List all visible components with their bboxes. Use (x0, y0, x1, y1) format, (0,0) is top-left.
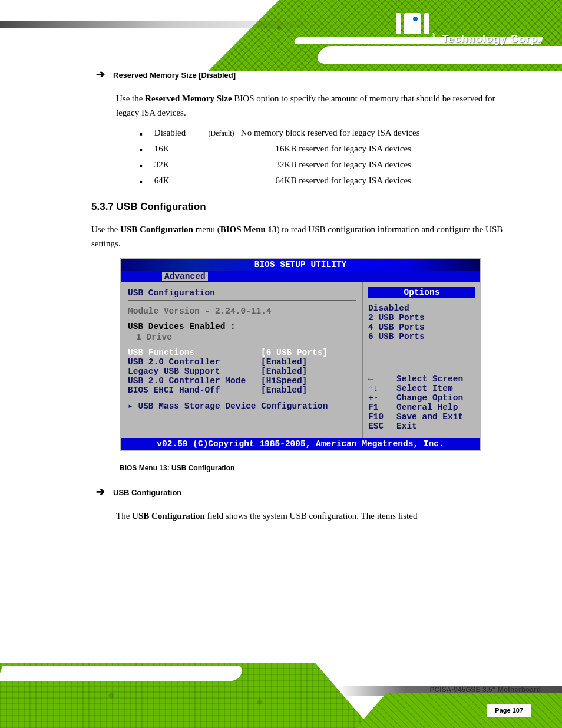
bios-nav-action: Exit (396, 421, 417, 431)
page-header: ® Technology Corp. (0, 0, 562, 71)
bios-setting-label: USB 2.0 Controller (128, 357, 261, 367)
desc-text: Use the (116, 94, 145, 103)
bios-setting-row: USB 2.0 Controller[Enabled] (128, 357, 356, 367)
bios-setting-label: BIOS EHCI Hand-Off (128, 386, 261, 395)
bios-drive-count: 1 Drive (128, 332, 356, 342)
bios-setting-row: USB Functions[6 USB Ports] (128, 348, 356, 357)
config-item: ➔ Reserved Memory Size [Disabled] (96, 68, 509, 81)
bios-nav-key: ↑↓ (368, 384, 396, 393)
bios-right-panel: Options Disabled2 USB Ports4 USB Ports6 … (363, 282, 480, 438)
option-item: ■Disabled (Default) No memory block rese… (140, 128, 509, 138)
bios-nav-key: ESC (368, 421, 396, 431)
bios-setting-row: BIOS EHCI Hand-Off[Enabled] (128, 386, 356, 395)
bios-nav-hint: F10Save and Exit (368, 412, 475, 421)
config-item: ➔ USB Configuration (96, 485, 509, 498)
bios-options-header: Options (368, 287, 475, 298)
bios-nav-key: F1 (368, 403, 396, 412)
bios-option: Disabled (368, 304, 475, 313)
bios-setting-row: Legacy USB Support[Enabled] (128, 367, 356, 376)
divider (128, 300, 356, 301)
square-bullet-icon: ■ (140, 131, 143, 137)
bios-setting-row: USB 2.0 Controller Mode[HiSpeed] (128, 376, 356, 386)
product-title: PCISA-945GSE 3.5" Motherboard (430, 686, 541, 694)
registered-mark: ® (431, 32, 435, 39)
bios-nav-action: Save and Exit (396, 412, 463, 421)
bios-nav-hint: +-Change Option (368, 393, 475, 403)
section-heading: 5.3.7 USB Configuration (91, 201, 509, 213)
option-text: Disabled (Default) No memory block reser… (154, 128, 420, 138)
header-bar (0, 21, 562, 28)
item-description: The USB Configuration field shows the sy… (116, 509, 509, 523)
bios-option: 4 USB Ports (368, 322, 475, 332)
square-bullet-icon: ■ (140, 179, 143, 185)
bios-title: BIOS SETUP UTILITY (121, 259, 480, 271)
item-label: USB Configuration (113, 488, 216, 497)
square-bullet-icon: ■ (140, 147, 143, 153)
bios-setting-value: [Enabled] (261, 386, 307, 395)
bios-setting-value: [6 USB Ports] (261, 348, 328, 357)
page-number: Page 107 (487, 704, 531, 717)
bios-setting-label: USB Functions (128, 348, 261, 357)
page-footer: PCISA-945GSE 3.5" Motherboard Page 107 (0, 650, 562, 728)
bios-setting-value: [Enabled] (261, 357, 307, 367)
bios-tabs: Advanced (121, 271, 480, 282)
option-item: ■64K 64KB reserved for legacy ISA device… (140, 176, 509, 186)
square-bullet-icon: ■ (140, 163, 143, 169)
bios-body: USB Configuration Module Version - 2.24.… (121, 282, 480, 438)
arrow-right-icon: ➔ (96, 68, 105, 81)
bios-copyright: v02.59 (C)Copyright 1985-2005, American … (121, 438, 480, 450)
footer-swoosh (0, 666, 244, 681)
option-text: 32K 32KB reserved for legacy ISA devices (154, 160, 411, 170)
item-description: Use the Reserved Memory Size BIOS option… (116, 91, 509, 120)
desc-bold: Reserved Memory Size (145, 94, 232, 103)
bios-nav-action: Change Option (396, 393, 463, 403)
option-text: 16K 16KB reserved for legacy ISA devices (154, 144, 411, 154)
bios-nav-action: Select Screen (396, 374, 463, 384)
option-item: ■32K 32KB reserved for legacy ISA device… (140, 160, 509, 170)
bios-tab-advanced: Advanced (162, 272, 208, 281)
bios-module-version: Module Version - 2.24.0-11.4 (128, 307, 356, 316)
bios-nav-hint: ESCExit (368, 421, 475, 431)
option-list: ■Disabled (Default) No memory block rese… (140, 128, 509, 186)
option-text: 64K 64KB reserved for legacy ISA devices (154, 176, 411, 186)
footer-swoosh (0, 657, 272, 663)
bios-nav-action: General Help (396, 403, 458, 412)
bios-setting-label: Legacy USB Support (128, 367, 261, 376)
bios-setting-label: USB 2.0 Controller Mode (128, 376, 261, 386)
figure-caption: BIOS Menu 13: USB Configuration (120, 464, 509, 472)
bios-setting-value: [HiSpeed] (261, 376, 307, 386)
bios-section-heading: USB Configuration (128, 288, 356, 298)
page-content: ➔ Reserved Memory Size [Disabled] Use th… (96, 68, 509, 531)
company-logo-icon (396, 13, 432, 34)
bios-nav-key: +- (368, 393, 396, 403)
section-intro: Use the USB Configuration menu (BIOS Men… (91, 222, 509, 251)
header-swoosh (315, 46, 562, 64)
bios-option: 6 USB Ports (368, 332, 475, 341)
bios-left-panel: USB Configuration Module Version - 2.24.… (121, 282, 363, 438)
bios-setting-value: [Enabled] (261, 367, 307, 376)
bios-screenshot: BIOS SETUP UTILITY Advanced USB Configur… (120, 258, 481, 451)
bios-devices-label: USB Devices Enabled : (128, 322, 356, 331)
company-name: Technology Corp. (442, 32, 541, 45)
option-item: ■16K 16KB reserved for legacy ISA device… (140, 144, 509, 154)
bios-nav-key: F10 (368, 412, 396, 421)
bios-nav-action: Select Item (396, 384, 453, 393)
bios-option: 2 USB Ports (368, 313, 475, 322)
item-label: Reserved Memory Size [Disabled] (113, 71, 236, 80)
bios-nav-key: ← (368, 374, 396, 384)
bios-submenu: ▸ USB Mass Storage Device Configuration (128, 401, 356, 411)
arrow-right-icon: ➔ (96, 485, 105, 498)
bios-nav-hint: ←Select Screen (368, 374, 475, 384)
bios-nav-hint: ↑↓Select Item (368, 384, 475, 393)
bios-nav-hint: F1General Help (368, 403, 475, 412)
